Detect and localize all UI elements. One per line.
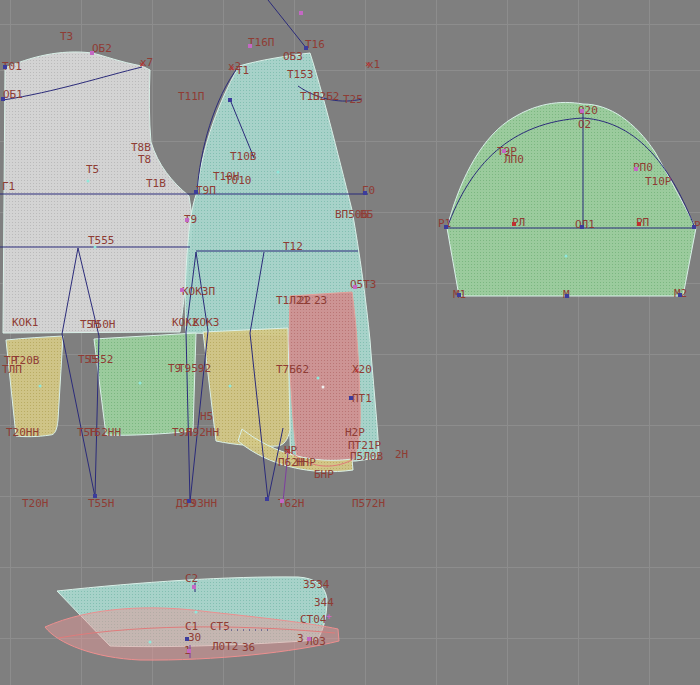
point-label: С2 xyxy=(185,574,198,584)
pattern-point[interactable] xyxy=(317,377,320,380)
pattern-point[interactable] xyxy=(307,637,311,641)
pattern-point[interactable] xyxy=(3,65,7,69)
pattern-point[interactable] xyxy=(363,191,367,195)
point-label: КОК3 xyxy=(193,318,220,328)
pattern-point[interactable] xyxy=(565,294,569,298)
point-label: 344 xyxy=(314,598,334,608)
pattern-point[interactable] xyxy=(229,385,232,388)
pattern-point[interactable] xyxy=(185,218,189,222)
pattern-point[interactable] xyxy=(180,288,184,292)
pattern-point[interactable] xyxy=(457,293,461,297)
point-label: Т7Б62 xyxy=(276,365,309,375)
pattern-point[interactable] xyxy=(349,396,353,400)
pattern-point[interactable] xyxy=(94,246,97,249)
pattern-point[interactable] xyxy=(265,497,269,501)
pattern-point[interactable]: ✕ xyxy=(229,64,234,73)
pattern-point[interactable]: ✕ xyxy=(365,60,370,69)
point-label: Н5 xyxy=(200,412,213,422)
pattern-canvas[interactable]: Т3ОБ2Т01х7ОБ1Т11ПТ16ПТ16ОБ3х2Т1Т153х1Т15… xyxy=(0,0,700,685)
point-label: ЛП0 xyxy=(504,155,524,165)
pattern-point[interactable]: + xyxy=(326,612,331,621)
pattern-point[interactable] xyxy=(185,637,189,641)
point-label: Т5 xyxy=(86,165,99,175)
point-label: Т9П xyxy=(196,186,216,196)
pattern-point[interactable] xyxy=(87,180,90,183)
point-label: 36 xyxy=(242,643,255,653)
pattern-point[interactable] xyxy=(187,499,191,503)
pattern-point[interactable] xyxy=(322,386,325,389)
point-label: ОБ2 xyxy=(92,44,112,54)
pattern-point[interactable] xyxy=(512,222,516,226)
pattern-point[interactable] xyxy=(228,98,232,102)
pattern-point[interactable] xyxy=(93,494,97,498)
pattern-point[interactable]: ✕ xyxy=(139,60,144,69)
point-label: ОЛ1 xyxy=(575,220,595,230)
point-label: З0 xyxy=(188,633,201,643)
pattern-point[interactable] xyxy=(299,11,303,15)
point-label: Н92НН xyxy=(186,428,219,438)
point-label: Т1В xyxy=(146,179,166,189)
pattern-point[interactable] xyxy=(149,641,152,644)
pattern-point[interactable] xyxy=(678,293,682,297)
point-label: Т555 xyxy=(88,236,115,246)
point-label: Т20Н xyxy=(22,499,49,509)
pattern-point[interactable]: ✕ xyxy=(285,447,290,456)
point-label: Т153 xyxy=(287,70,314,80)
point-label: П572Н xyxy=(352,499,385,509)
pattern-point[interactable] xyxy=(634,167,638,171)
point-label: ВБ xyxy=(360,210,373,220)
labels-layer: Т3ОБ2Т01х7ОБ1Т11ПТ16ПТ16ОБ3х2Т1Т153х1Т15… xyxy=(0,0,700,685)
pattern-point[interactable]: ✕ xyxy=(354,366,359,375)
point-label: КОК3П xyxy=(182,287,215,297)
point-label: Т8В xyxy=(131,143,151,153)
point-label: Т8 xyxy=(138,155,151,165)
point-label: З xyxy=(297,634,304,644)
point-label: Т12 xyxy=(283,242,303,252)
point-label: П2Б2 xyxy=(313,92,340,102)
pattern-point[interactable] xyxy=(195,611,198,614)
pattern-point[interactable] xyxy=(580,225,584,229)
point-label: ОБ1 xyxy=(3,90,23,100)
point-label: Т10В xyxy=(230,152,257,162)
point-label: Т552 xyxy=(87,355,114,365)
point-label: П5Л0В xyxy=(350,452,383,462)
pattern-point[interactable] xyxy=(192,585,196,589)
pattern-point[interactable] xyxy=(194,190,198,194)
pattern-point[interactable] xyxy=(502,149,506,153)
point-label: Т55Н xyxy=(88,499,115,509)
pattern-point[interactable] xyxy=(692,225,696,229)
point-label: Т3 xyxy=(60,32,73,42)
point-label: 22 xyxy=(298,296,311,306)
point-label: 3534 xyxy=(303,580,330,590)
point-label: БНР xyxy=(314,470,334,480)
pattern-point[interactable] xyxy=(304,46,308,50)
point-label: Т11П xyxy=(178,92,205,102)
point-label: Т20НН xyxy=(6,428,39,438)
point-label: Г1 xyxy=(2,182,15,192)
pattern-point[interactable] xyxy=(280,499,284,503)
point-label: ОБ3 xyxy=(283,52,303,62)
point-label: Т52НН xyxy=(88,428,121,438)
point-label: Н2Р xyxy=(345,428,365,438)
pattern-point[interactable] xyxy=(580,109,584,113)
point-label: 2Н xyxy=(395,450,408,460)
pattern-point[interactable] xyxy=(187,649,191,653)
pattern-point[interactable] xyxy=(444,225,448,229)
pattern-point[interactable] xyxy=(139,382,142,385)
point-label: О2 xyxy=(578,120,591,130)
point-label: Т50Н xyxy=(89,320,116,330)
pattern-point[interactable] xyxy=(248,44,252,48)
pattern-point[interactable] xyxy=(90,51,94,55)
point-label: Л0Т2 xyxy=(212,642,239,652)
point-label: ННР xyxy=(296,458,316,468)
pattern-point[interactable] xyxy=(565,255,568,258)
point-label: Т010 xyxy=(225,176,252,186)
pattern-point[interactable] xyxy=(1,97,5,101)
pattern-point[interactable] xyxy=(277,171,280,174)
pattern-point[interactable] xyxy=(353,285,357,289)
point-label: ТЛП xyxy=(2,365,22,375)
pattern-point[interactable] xyxy=(637,222,641,226)
point-label: ПТ1 xyxy=(352,394,372,404)
point-label: СТ04 xyxy=(300,615,327,625)
pattern-point[interactable] xyxy=(39,385,42,388)
